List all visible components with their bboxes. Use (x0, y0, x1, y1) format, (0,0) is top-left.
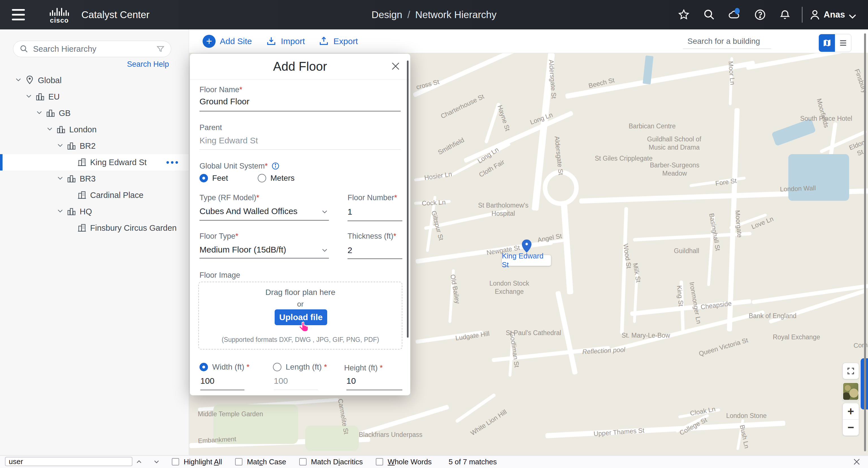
cisco-logo: cisco (48, 4, 71, 24)
hierarchy-search-input[interactable] (32, 44, 152, 54)
unit-feet-radio[interactable]: Feet (199, 174, 228, 183)
supported-formats-text: (Supported formats DXF, DWG , JPG, GIF, … (199, 336, 402, 344)
checkbox[interactable] (299, 458, 307, 465)
modal-divider (190, 79, 410, 80)
tree-item-king-edward-st[interactable]: King Edward St (0, 154, 189, 171)
map-street-label: Barbican Centre (629, 122, 676, 130)
info-icon[interactable] (271, 162, 280, 170)
floor-image-label: Floor Image (199, 271, 240, 280)
tree-item-eu[interactable]: EU (0, 89, 189, 105)
checkbox[interactable] (172, 458, 179, 465)
find-option-label: Whole Words (388, 458, 432, 466)
floor-plan-dropzone[interactable]: Drag floor plan here or Upload file (Sup… (198, 282, 402, 350)
satellite-minimap-toggle[interactable] (843, 382, 859, 401)
find-status: 5 of 7 matches (449, 458, 497, 466)
site-icon (67, 206, 79, 216)
help-icon[interactable] (754, 8, 766, 21)
tree-item-london[interactable]: London (0, 121, 189, 138)
map-street (620, 207, 628, 334)
tree-item-label: Finsbury Circus Garden (90, 224, 177, 233)
filter-funnel-icon[interactable] (156, 45, 165, 53)
floor-number-value[interactable]: 1 (347, 207, 352, 216)
find-input[interactable] (5, 457, 132, 466)
tree-item-global[interactable]: Global (0, 72, 189, 89)
tree-item-br3[interactable]: BR3 (0, 171, 189, 187)
map-street-label: Cheapside (700, 299, 732, 311)
hierarchy-search-box[interactable] (13, 41, 171, 57)
row-actions-ellipsis-icon[interactable] (166, 161, 178, 164)
building-search-box[interactable] (683, 34, 771, 49)
zoom-in-button[interactable]: + (843, 403, 859, 420)
upload-file-button[interactable]: Upload file (275, 310, 327, 325)
floor-name-value[interactable]: Ground Floor (199, 97, 249, 106)
map-view-button[interactable] (819, 34, 835, 52)
chevron-down-icon[interactable] (25, 92, 35, 101)
tree-item-cardinal-place[interactable]: Cardinal Place (0, 187, 189, 203)
find-close-icon[interactable] (852, 457, 862, 467)
user-avatar-icon[interactable] (809, 8, 821, 21)
find-next-button[interactable] (153, 458, 164, 466)
chevron-down-icon[interactable] (56, 141, 67, 151)
map-street-label: Hosier Ln (424, 170, 453, 182)
tree-item-label: BR2 (80, 141, 95, 151)
tree-item-hq[interactable]: HQ (0, 203, 189, 220)
width-value[interactable]: 100 (200, 376, 214, 386)
tree-item-gb[interactable]: GB (0, 105, 189, 121)
notifications-bell-icon[interactable] (779, 8, 791, 21)
map-street-label: Moorfields (815, 97, 830, 129)
floor-type-value[interactable]: Medium Floor (15dB/ft) (199, 245, 286, 255)
modal-scrollbar[interactable] (407, 60, 409, 338)
add-site-button[interactable]: + Add Site (203, 29, 252, 53)
user-name[interactable]: Anas (824, 0, 845, 29)
cloud-status-icon[interactable] (728, 8, 740, 21)
rf-model-chevron-down-icon[interactable] (320, 208, 329, 216)
checkbox[interactable] (376, 458, 383, 465)
search-help-link[interactable]: Search Help (127, 60, 169, 69)
find-option-match-diacritics[interactable]: Match Diacritics (299, 458, 363, 466)
building-icon (77, 157, 90, 167)
building-search-input[interactable] (687, 36, 790, 46)
floor-type-underline (199, 258, 329, 259)
modal-close-icon[interactable] (390, 60, 402, 73)
length-radio[interactable]: Length (ft) * (273, 362, 327, 372)
find-option-whole-words[interactable]: Whole Words (376, 458, 432, 466)
width-radio[interactable]: Width (ft) * (199, 362, 249, 372)
user-menu-chevron-down-icon[interactable] (846, 10, 859, 23)
find-option-label: Highlight All (184, 458, 222, 466)
rf-model-value[interactable]: Cubes And Walled Offices (199, 206, 298, 216)
map-marker-label[interactable]: King Edward St (502, 255, 551, 266)
floor-type-chevron-down-icon[interactable] (320, 246, 329, 255)
unit-meters-radio[interactable]: Meters (258, 174, 295, 183)
height-value[interactable]: 10 (346, 376, 356, 386)
find-option-highlight-all[interactable]: Highlight All (172, 458, 222, 466)
page-scrollbar[interactable] (864, 33, 866, 451)
find-previous-button[interactable] (135, 458, 146, 466)
cisco-logo-word: cisco (48, 17, 71, 24)
zoom-out-button[interactable]: − (843, 420, 859, 436)
global-search-icon[interactable] (703, 8, 715, 21)
dropzone-drag-text: Drag floor plan here (199, 288, 402, 297)
breadcrumb-separator: / (407, 9, 410, 20)
chevron-down-icon[interactable] (56, 174, 67, 183)
import-button[interactable]: Import (266, 29, 305, 53)
chevron-down-icon[interactable] (45, 125, 56, 134)
favorites-star-icon[interactable] (678, 8, 690, 21)
export-upload-icon (318, 36, 329, 47)
export-button[interactable]: Export (318, 29, 358, 53)
tree-item-finsbury-circus-garden[interactable]: Finsbury Circus Garden (0, 220, 189, 236)
map-fullscreen-button[interactable] (843, 363, 859, 379)
list-view-button[interactable] (835, 34, 851, 52)
chevron-down-icon[interactable] (35, 108, 46, 118)
tree-item-br2[interactable]: BR2 (0, 138, 189, 154)
thickness-value[interactable]: 2 (347, 245, 352, 255)
checkbox[interactable] (235, 458, 242, 465)
height-label: Height (ft) * (344, 364, 383, 373)
chevron-down-icon[interactable] (56, 207, 67, 216)
find-option-match-case[interactable]: Match Case (235, 458, 286, 466)
chevron-down-icon[interactable] (14, 76, 25, 85)
modal-title: Add Floor (190, 59, 410, 74)
find-options: Highlight AllMatch CaseMatch DiacriticsW… (172, 456, 497, 468)
hamburger-menu-icon[interactable] (12, 9, 25, 20)
radio-dot (273, 363, 281, 371)
unit-system-label: Global Unit System* (199, 162, 280, 171)
